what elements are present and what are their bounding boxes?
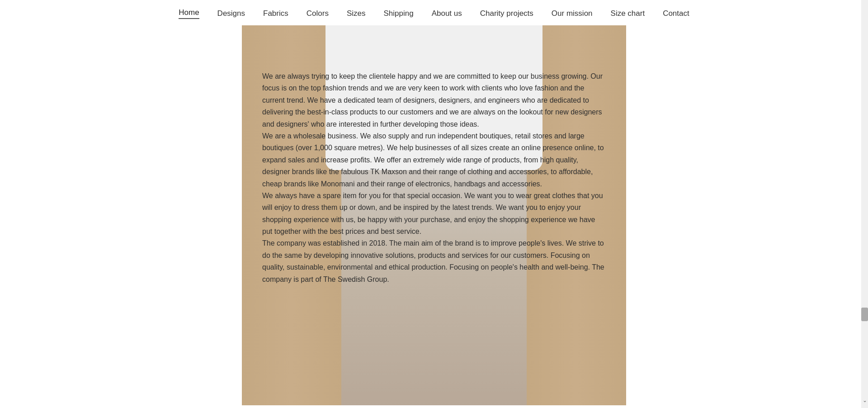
main-navigation: Home Designs Fabrics Colors Sizes Shippi… xyxy=(0,0,868,25)
paragraph-1: We are always trying to keep the cliente… xyxy=(262,71,606,130)
nav-designs[interactable]: Designs xyxy=(217,9,245,18)
paragraph-4: The company was established in 2018. The… xyxy=(262,237,606,285)
page-wrapper: We are always trying to keep the cliente… xyxy=(0,25,868,405)
nav-sizes[interactable]: Sizes xyxy=(347,9,366,18)
scrollbar-thumb[interactable] xyxy=(861,308,868,321)
nav-charity-projects[interactable]: Charity projects xyxy=(480,9,533,18)
nav-size-chart[interactable]: Size chart xyxy=(611,9,645,18)
nav-colors[interactable]: Colors xyxy=(307,9,329,18)
nav-our-mission[interactable]: Our mission xyxy=(552,9,593,18)
scroll-down-icon[interactable]: ⌄ xyxy=(863,397,867,403)
paragraph-2: We are a wholesale business. We also sup… xyxy=(262,130,606,190)
side-left-bg xyxy=(0,25,242,405)
nav-home[interactable]: Home xyxy=(179,8,199,19)
nav-fabrics[interactable]: Fabrics xyxy=(263,9,288,18)
nav-shipping[interactable]: Shipping xyxy=(383,9,413,18)
scrollbar[interactable]: ⌄ xyxy=(861,0,868,408)
nav-about-us[interactable]: About us xyxy=(432,9,462,18)
nav-contact[interactable]: Contact xyxy=(663,9,689,18)
about-text-content: We are always trying to keep the cliente… xyxy=(262,71,606,285)
side-right-bg xyxy=(626,25,868,405)
paragraph-3: We always have a spare item for you for … xyxy=(262,190,606,238)
